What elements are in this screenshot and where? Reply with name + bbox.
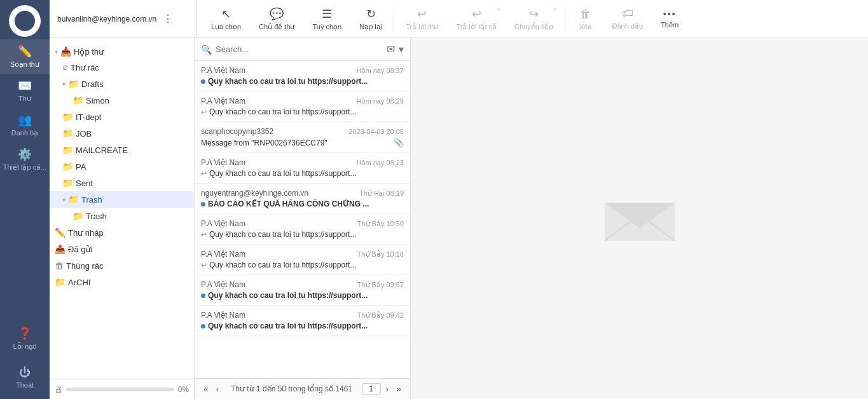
folder-pa[interactable]: 📁 PA [50, 158, 194, 175]
email-item[interactable]: P.A Việt Nam Thứ Bảy 10:50 ↩ Quy khach c… [195, 214, 410, 245]
sidebar-item-contacts[interactable]: 👥 Danh bạ [0, 108, 50, 142]
subject-label: Chủ đề thư [259, 23, 294, 31]
email-item[interactable]: scanphocopymp3352 2023-04-03 20:06 Messa… [195, 122, 410, 153]
list-icon: ☰ [322, 7, 332, 21]
folder-storage: 🖨 0% [50, 379, 194, 399]
sidebar-item-compose[interactable]: ✏️ Soạn thư [0, 39, 50, 74]
chat-icon: 💬 [270, 7, 284, 21]
folder-mailcreate[interactable]: 📁 MAILCREATE [50, 142, 194, 158]
spam-icon: ⊘ [62, 64, 68, 72]
compose-icon: ✏️ [18, 44, 32, 58]
email-time: 2023-04-03 20:06 [348, 128, 404, 135]
folder-label: Thư nháp [68, 228, 189, 238]
folder-icon: 📁 [62, 145, 73, 155]
custom-button[interactable]: ☰ Tuỳ chọn [304, 0, 351, 37]
sidebar-item-label: Thoát [16, 381, 34, 389]
email-item[interactable]: P.A Việt Nam Hôm nay 08:37 Quy khach co … [195, 61, 410, 91]
filter-chevron-icon[interactable]: ▾ [399, 43, 404, 55]
page-next-button[interactable]: › [383, 382, 392, 395]
sidebar-item-settings[interactable]: ⚙️ Thiết lập cấ... [0, 142, 50, 177]
mail-icon: ✉️ [18, 79, 32, 93]
sidebar-item-mail[interactable]: ✉️ Thư [0, 74, 50, 108]
email-time: Hôm nay 08:37 [356, 67, 404, 74]
page-last-button[interactable]: » [394, 382, 404, 395]
account-more-button[interactable]: ⋮ [163, 13, 173, 25]
email-item[interactable]: P.A Việt Nam Hôm nay 08:29 ↩ Quy khach c… [195, 91, 410, 122]
forward-chevron: ▾ [554, 6, 557, 13]
sidebar-item-label: Soạn thư [10, 60, 39, 69]
tag-icon: 🏷 [622, 7, 633, 20]
email-time: Thứ Bảy 10:50 [357, 220, 404, 228]
folder-drafts[interactable]: ▾ 📁 Drafts [50, 76, 194, 92]
email-sender: P.A Việt Nam [201, 97, 245, 105]
folder-job[interactable]: 📁 JOB [50, 125, 194, 142]
sidebar-item-label: Thiết lập cấ... [3, 163, 47, 172]
folder-label: Sent [76, 179, 189, 188]
folder-thrash2[interactable]: 🗑 Thùng rác [50, 257, 194, 274]
email-subject-row: Message from "RNP0026736ECC79" 📎 [201, 138, 404, 147]
email-item[interactable]: P.A Việt Nam Thứ Bảy 09:57 Quy khach co … [195, 275, 410, 306]
email-time: Thứ Hai 08:19 [359, 189, 404, 198]
mark-label: Đánh dấu [612, 22, 644, 30]
select-button[interactable]: ↖ Lựa chọn [202, 0, 250, 37]
folder-trash-parent[interactable]: ▾ 📁 Trash [50, 191, 194, 208]
sidebar-item-label: Thư [18, 95, 31, 103]
forward-button[interactable]: ↪ Chuyển tiếp ▾ [506, 0, 561, 37]
more-button[interactable]: ••• Thêm [652, 0, 687, 37]
reply-all-button[interactable]: ↩ Trả lời tất cả ▾ [447, 0, 506, 37]
page-number-input[interactable] [362, 383, 381, 395]
folder-simon[interactable]: 📁 Simon [50, 92, 194, 109]
sidebar-item-logout[interactable]: ⏻ Thoát [0, 361, 50, 394]
folder-archi[interactable]: 📁 ArCHI [50, 274, 194, 290]
folder-spam[interactable]: ⊘ Thư rác [50, 60, 194, 76]
page-prev-button[interactable]: ‹ [214, 382, 222, 395]
folder-label: JOB [76, 129, 189, 139]
sidebar-item-error[interactable]: ❓ Lỗi ngô [0, 321, 50, 356]
email-subject-row: Quy khach co cau tra loi tu https://supp… [201, 77, 404, 86]
reply-button[interactable]: ↩ Trả lời thư [397, 0, 447, 37]
reply-all-icon: ↩ [472, 7, 481, 21]
folder-icon: 📁 [62, 128, 73, 139]
email-subject: Message from "RNP0026736ECC79" [201, 139, 327, 147]
chevron-icon: ▾ [62, 196, 65, 203]
folder-it-dept[interactable]: 📁 IT-dept [50, 109, 194, 125]
folder-inbox[interactable]: ▾ 📥 Hộp thư [50, 43, 194, 60]
email-item[interactable]: P.A Việt Nam Thứ Bảy 10:18 ↩ Quy khach c… [195, 245, 410, 275]
chevron-icon: ▾ [62, 81, 65, 88]
mark-button[interactable]: 🏷 Đánh dấu [603, 0, 652, 37]
search-icon: 🔍 [201, 44, 212, 55]
reload-button[interactable]: ↻ Nạp lại [350, 0, 391, 37]
custom-label: Tuỳ chọn [313, 23, 342, 31]
folder-trash-child[interactable]: 📁 Trash [50, 208, 194, 224]
app-logo [9, 5, 41, 37]
page-info-text: Thư từ 1 đến 50 trong tổng số 1461 [224, 384, 359, 393]
email-filter-icon[interactable]: ✉ [387, 43, 395, 55]
delete-button[interactable]: 🗑 Xóa [568, 0, 603, 37]
error-icon: ❓ [18, 327, 32, 341]
email-item[interactable]: P.A Việt Nam Thứ Bảy 09:42 Quy khach co … [195, 306, 410, 336]
folder-label: IT-dept [76, 112, 189, 122]
folder-sent[interactable]: 📁 Sent [50, 175, 194, 191]
email-subject: Quy khach co cau tra loi tu https://supp… [208, 77, 368, 86]
chevron-icon: ▾ [55, 48, 58, 55]
email-subject-row: Quy khach co cau tra loi tu https://supp… [201, 291, 404, 300]
unread-dot [201, 324, 205, 328]
email-item-top: P.A Việt Nam Thứ Bảy 09:57 [201, 280, 404, 289]
folder-label: Trash [86, 212, 189, 221]
email-item[interactable]: P.A Việt Nam Hôm nay 08:23 ↩ Quy khach c… [195, 153, 410, 184]
search-input[interactable] [216, 44, 383, 54]
email-time: Hôm nay 08:29 [356, 97, 404, 105]
cursor-icon: ↖ [221, 7, 231, 21]
folder-sent2[interactable]: 📤 Đã gửi [50, 241, 194, 257]
folder-label: ArCHI [68, 278, 189, 287]
email-item[interactable]: nguyentrang@keyhinge.com.vn Thứ Hai 08:1… [195, 184, 410, 214]
page-first-button[interactable]: « [201, 382, 211, 395]
email-item-top: P.A Việt Nam Hôm nay 08:37 [201, 66, 404, 75]
folder-draft2[interactable]: ✏️ Thư nháp [50, 224, 194, 241]
main-area: buivanlinh@keyhinge.com.vn ⋮ ↖ Lựa chọn … [50, 0, 868, 399]
account-email: buivanlinh@keyhinge.com.vn [57, 15, 156, 24]
replied-icon: ↩ [201, 170, 207, 178]
email-list-panel: 🔍 ✉ ▾ P.A Việt Nam Hôm nay 08:37 Quy kha… [195, 38, 411, 399]
subject-button[interactable]: 💬 Chủ đề thư [250, 0, 303, 37]
toolbar-divider-2 [565, 8, 565, 30]
